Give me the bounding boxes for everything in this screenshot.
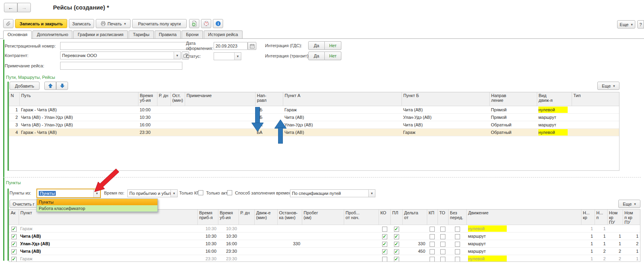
checkbox[interactable]: ✓	[382, 242, 387, 247]
back-button[interactable]: ←	[4, 3, 17, 12]
point-row[interactable]: ✓Чита (АВ)10:3010:30✓✓маршрут1111	[9, 233, 640, 240]
checkbox[interactable]: ✓	[11, 234, 17, 239]
column-header[interactable]: Тип	[572, 92, 619, 106]
column-header[interactable]: ПЛ	[390, 210, 402, 225]
column-header[interactable]: КП	[427, 210, 438, 225]
route-row[interactable]: 1Гараж - Чита (АВ)10:00АБГаражЧита (АВ)П…	[9, 106, 619, 113]
routes-table[interactable]: NПутьВремя уб-ияР. днОст. (мин)Примечани…	[9, 92, 619, 171]
checkbox[interactable]: ✓	[11, 242, 17, 247]
checkbox[interactable]: ✓	[11, 227, 17, 232]
tab-История рейса[interactable]: История рейса	[204, 31, 242, 38]
routes-more-button[interactable]: Еще▾	[597, 82, 619, 90]
tab-Брони[interactable]: Брони	[182, 31, 203, 38]
checkbox[interactable]	[440, 249, 445, 254]
checkbox[interactable]	[455, 257, 460, 262]
print-button[interactable]: Печать▾	[96, 19, 131, 28]
tab-Тарифы[interactable]: Тарифы	[129, 31, 154, 38]
gds-no-button[interactable]: Нет	[325, 41, 341, 50]
column-header[interactable]: Проб... от нач.	[344, 210, 379, 225]
checkbox[interactable]	[455, 242, 460, 247]
only-kp-checkbox[interactable]	[198, 190, 203, 195]
column-header[interactable]: ТО	[438, 210, 448, 225]
attach-button[interactable]	[3, 19, 13, 28]
column-header[interactable]: Ном п кр ПУ	[623, 210, 640, 225]
column-header[interactable]: N	[9, 92, 19, 106]
checkbox[interactable]: ✓	[11, 257, 17, 262]
checkbox[interactable]: ✓	[394, 234, 399, 239]
dropdown-option[interactable]: Пункты	[37, 199, 157, 205]
column-header[interactable]: Пробег (км)	[302, 210, 344, 225]
column-header[interactable]: Дельта от	[402, 210, 427, 225]
help-button[interactable]: ?	[637, 20, 644, 29]
column-header[interactable]: Р. дн	[239, 210, 254, 225]
checkbox[interactable]	[455, 249, 460, 254]
chevron-down-icon[interactable]: ▾	[234, 53, 241, 60]
column-header[interactable]: Нап- равл	[255, 92, 283, 106]
save-close-button[interactable]: Записать и закрыть	[15, 19, 67, 28]
add-route-button[interactable]: Добавить	[9, 82, 40, 90]
checkbox[interactable]: ✓	[394, 242, 399, 247]
forward-button[interactable]: →	[17, 3, 31, 12]
column-header[interactable]: Останов- ка (мин)	[277, 210, 302, 225]
tab-Правила[interactable]: Правила	[155, 31, 181, 38]
column-header[interactable]: Ак	[9, 210, 19, 225]
column-header[interactable]: Время уб-ия	[138, 92, 157, 106]
point-row[interactable]: ✓Гараж10:3010:30✓нулевой11	[9, 225, 640, 233]
column-header[interactable]: Н... кр	[581, 210, 595, 225]
column-header[interactable]: Р. дн	[157, 92, 170, 106]
fill-method-select[interactable]: По спецификации путей ▾	[290, 189, 375, 197]
chevron-down-icon[interactable]: ▾	[368, 190, 375, 197]
column-header[interactable]: Пункт Б	[402, 92, 489, 106]
point-row[interactable]: ✓Гараж23:3023:30✓нулевой1221	[9, 255, 640, 262]
chevron-down-icon[interactable]: ▾	[174, 52, 180, 59]
column-header[interactable]: Вид движ-я	[537, 92, 572, 106]
tab-Основная[interactable]: Основная	[3, 31, 32, 39]
dropdown-option[interactable]: Работа классификатор	[37, 205, 157, 212]
report-history-button[interactable]	[189, 19, 199, 28]
calendar-button[interactable]	[248, 42, 256, 50]
column-header[interactable]: Ном кр ПУ	[607, 210, 623, 225]
column-header[interactable]: Путь	[19, 92, 138, 106]
column-header[interactable]: Без перед.	[448, 210, 466, 225]
column-header[interactable]: Примечание	[185, 92, 255, 106]
note-input[interactable]	[60, 62, 182, 70]
route-row[interactable]: 2Чита (АВ) - Улан-Удэ (АВ)10:30АБЧита (А…	[9, 113, 619, 121]
save-button[interactable]: Записать	[69, 19, 94, 28]
points-more-button[interactable]: Еще▾	[618, 200, 640, 208]
info-button[interactable]: i	[213, 19, 223, 28]
chevron-down-icon[interactable]: ▾	[170, 190, 177, 197]
column-header[interactable]: КО	[379, 210, 390, 225]
checkbox[interactable]	[430, 249, 435, 254]
time-by-select[interactable]: По прибытию и убытию ▾	[127, 189, 178, 197]
checkbox[interactable]	[382, 257, 387, 262]
calc-half-circles-button[interactable]: Расчитать полу круги	[132, 19, 187, 28]
column-header[interactable]: Н... п	[595, 210, 607, 225]
checkbox[interactable]	[440, 257, 445, 262]
chevron-down-icon[interactable]: ▾	[93, 189, 100, 197]
date-input[interactable]: 20.09.2023	[214, 42, 248, 50]
only-act-checkbox[interactable]	[227, 190, 232, 195]
checkbox[interactable]	[430, 257, 435, 262]
checkbox[interactable]	[440, 227, 445, 232]
checkbox[interactable]	[430, 234, 435, 239]
column-header[interactable]: Движ-е (мин)	[254, 210, 277, 225]
checkbox[interactable]	[430, 242, 435, 247]
column-header[interactable]: Направ ление	[489, 92, 537, 106]
tab-Дополнительно[interactable]: Дополнительно	[32, 31, 72, 38]
tab-Графики и расписания[interactable]: Графики и расписания	[73, 31, 128, 38]
points-table[interactable]: АкПунктВремя приб-яВремя уб-ияР. днДвиж-…	[9, 209, 640, 262]
point-row[interactable]: ✓Улан-Удэ (АВ)10:3016:00330✓✓330маршрут1…	[9, 240, 640, 248]
checkbox[interactable]	[440, 234, 445, 239]
column-header[interactable]: Время уб-ия	[218, 210, 239, 225]
transit-yes-button[interactable]: Да	[308, 52, 325, 60]
column-header[interactable]: Ост. (мин)	[170, 92, 185, 106]
route-row[interactable]: 4Гараж - Чита (АВ)23:30БАЧита (АВ)ГаражО…	[9, 128, 619, 136]
checkbox[interactable]	[455, 234, 460, 239]
checkbox[interactable]	[430, 227, 435, 232]
point-row[interactable]: ✓Чита (АВ)16:0023:30✓✓450маршрут1221	[9, 248, 640, 255]
checkbox[interactable]: ✓	[394, 249, 399, 254]
checkbox[interactable]: ✓	[382, 234, 387, 239]
checkbox[interactable]: ✓	[382, 249, 387, 254]
gds-yes-button[interactable]: Да	[308, 41, 325, 50]
transit-no-button[interactable]: Нет	[325, 52, 341, 60]
